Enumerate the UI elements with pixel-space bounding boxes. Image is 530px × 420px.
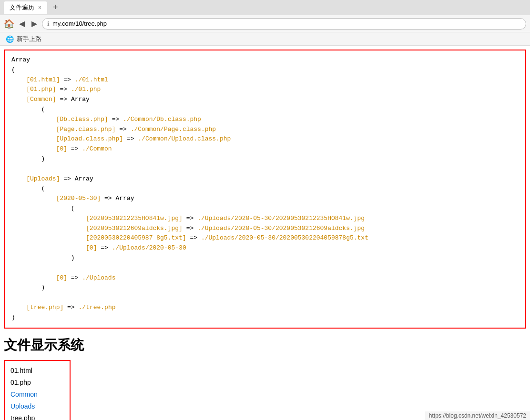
file-item-01html: 01.html (10, 365, 64, 377)
file-item-treephp: tree.php (10, 412, 64, 420)
browser-titlebar: 文件遍历 × + (0, 0, 530, 15)
info-icon: ℹ (47, 20, 50, 27)
key-01html: [01.html] (26, 76, 60, 83)
status-url: https://blog.csdn.net/weixin_42530572 (429, 412, 526, 419)
section-heading: 文件显示系统 (4, 336, 526, 354)
tab-title: 文件遍历 (10, 3, 34, 12)
active-tab[interactable]: 文件遍历 × (4, 1, 47, 14)
bookmark-label: 新手上路 (17, 35, 41, 43)
key-uploads: [Uploads] (26, 175, 60, 182)
array-output-box: Array ( [01.html] => ./01.html [01.php] … (4, 50, 526, 329)
forward-button[interactable]: ▶ (30, 18, 39, 29)
back-button[interactable]: ◀ (17, 18, 27, 29)
url-text: my.com/10/tree.php (52, 20, 107, 27)
key-db: [Db.class.php] (56, 116, 108, 123)
paren-open: ( (11, 66, 15, 73)
bookmark-icon: 🌐 (6, 35, 14, 43)
file-list-box: 01.html 01.php Common Uploads tree.php (4, 360, 71, 420)
key-upload: [Upload.class.php] (56, 135, 123, 142)
page-content: Array ( [01.html] => ./01.html [01.php] … (0, 46, 530, 420)
paren-close: ) (11, 314, 15, 321)
file-link-uploads[interactable]: Uploads (10, 400, 64, 412)
key-page: [Page.class.php] (56, 126, 116, 133)
array-word: Array (11, 56, 30, 63)
tab-close-button[interactable]: × (38, 4, 41, 11)
key-uploads-date-0: [0] (86, 244, 97, 251)
home-button[interactable]: 🏠 (4, 19, 14, 29)
key-jpg1: [20200530212235HO841w.jpg] (86, 215, 183, 222)
key-date: [2020-05-30] (56, 195, 101, 202)
address-bar[interactable]: ℹ my.com/10/tree.php (42, 18, 526, 30)
browser-toolbar: 🏠 ◀ ▶ ℹ my.com/10/tree.php (0, 15, 530, 32)
key-01php: [01.php] (26, 86, 56, 93)
status-bar: https://blog.csdn.net/weixin_42530572 (425, 411, 530, 420)
file-item-01php: 01.php (10, 377, 64, 389)
key-common: [Common] (26, 96, 56, 103)
key-uploads-0: [0] (56, 274, 67, 281)
key-tree: [tree.php] (26, 304, 63, 311)
key-common-0: [0] (56, 145, 67, 152)
key-jpg2: [20200530212609aldcks.jpg] (86, 225, 183, 232)
bookmarks-bar: 🌐 新手上路 (0, 32, 530, 46)
new-tab-button[interactable]: + (51, 2, 60, 12)
key-txt: [20200530220405987 8g5.txt] (86, 234, 186, 241)
file-link-common[interactable]: Common (10, 389, 64, 400)
